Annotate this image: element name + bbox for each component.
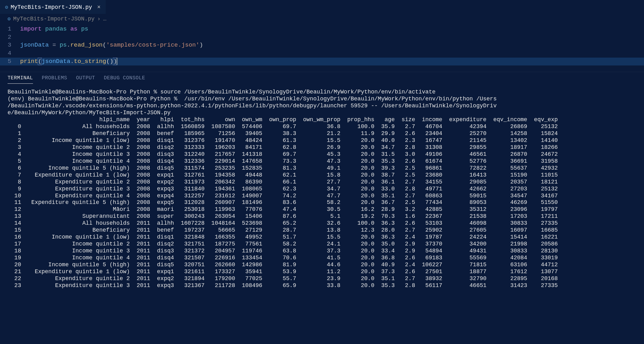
table-row: 17 Income quintile 2 2011 disq2 321751 1… — [8, 241, 636, 248]
text-cursor — [117, 58, 117, 65]
tab-debug-console[interactable]: DEBUG CONSOLE — [104, 75, 145, 84]
editor-line[interactable]: 2 — [0, 33, 644, 42]
line-number: 1 — [0, 25, 20, 33]
terminal-line: e/Beaulin/MyWork/Python/MyTecBits-Import… — [8, 110, 636, 116]
table-row: 4 Income quintile 3 2008 disq3 312240 21… — [8, 151, 636, 158]
table-row: 7 Expenditure quintile 1 (low) 2008 expq… — [8, 172, 636, 179]
table-row: 0 All households 2008 allhh 1560859 1087… — [8, 123, 636, 130]
tab-bar: ⚙ MyTecBits-Import-JSON.py × — [0, 0, 644, 14]
table-row: 18 Income quintile 3 2011 disq3 321372 2… — [8, 248, 636, 255]
panel-tab-bar: TERMINAL PROBLEMS OUTPUT DEBUG CONSOLE — [0, 72, 644, 84]
table-row: 13 Superannuitant 2008 super 300243 2630… — [8, 213, 636, 220]
breadcrumb: ⚙ MyTecBits-Import-JSON.py › … — [0, 14, 644, 24]
editor-line[interactable]: 5print(jsonData.to_string()) — [0, 58, 644, 66]
table-row: 16 Income quintile 1 (low) 2011 disq1 32… — [8, 234, 636, 241]
tab-output[interactable]: OUTPUT — [76, 75, 95, 84]
close-icon[interactable]: × — [97, 4, 101, 10]
editor-line[interactable]: 3jsonData = ps.read_json('samples/costs-… — [0, 41, 644, 49]
table-row: 22 Expenditure quintile 2 2011 expq2 321… — [8, 275, 636, 282]
line-number: 5 — [0, 58, 20, 66]
table-row: 10 Expenditure quintile 4 2008 expq4 312… — [8, 193, 636, 200]
line-content: print(jsonData.to_string()) — [20, 58, 117, 66]
terminal-line: /BeaulinTwinkle/.vscode/extensions/ms-py… — [8, 103, 636, 110]
line-number: 3 — [0, 41, 20, 49]
editor-line[interactable]: 1import pandas as ps — [0, 25, 644, 33]
table-row: 5 Income quintile 4 2008 disq4 312336 22… — [8, 158, 636, 165]
table-row: 20 Income quintile 5 (high) 2011 disq5 3… — [8, 262, 636, 268]
table-row: 1 Beneficiary 2008 benef 185965 71256 39… — [8, 130, 636, 137]
terminal-line: (env) BeaulinTwinkle@Beaulins-MacBook-Pr… — [8, 96, 636, 103]
breadcrumb-ellipsis[interactable]: … — [103, 16, 107, 22]
table-header-row: hlpi_name year hlpi tot_hhs own own_wm o… — [8, 116, 636, 123]
python-file-icon: ⚙ — [8, 16, 11, 22]
table-row: 23 Expenditure quintile 3 2011 expq3 321… — [8, 282, 636, 289]
code-editor[interactable]: 1import pandas as ps23jsonData = ps.read… — [0, 24, 644, 69]
tab-terminal[interactable]: TERMINAL — [8, 75, 33, 84]
table-row: 6 Income quintile 5 (high) 2008 disq5 31… — [8, 165, 636, 172]
breadcrumb-file[interactable]: MyTecBits-Import-JSON.py — [13, 16, 95, 22]
editor-tab[interactable]: ⚙ MyTecBits-Import-JSON.py × — [0, 0, 106, 14]
terminal-output[interactable]: BeaulinTwinkle@Beaulins-MacBook-Pro Pyth… — [0, 84, 644, 294]
table-row: 11 Expenditure quintile 5 (high) 2008 ex… — [8, 199, 636, 206]
line-number: 4 — [0, 49, 20, 58]
tab-label: MyTecBits-Import-JSON.py — [11, 4, 92, 10]
table-row: 21 Expenditure quintile 1 (low) 2011 exp… — [8, 268, 636, 275]
python-file-icon: ⚙ — [5, 4, 8, 10]
table-row: 8 Expenditure quintile 2 2008 expq2 3119… — [8, 179, 636, 186]
terminal-line: BeaulinTwinkle@Beaulins-MacBook-Pro Pyth… — [8, 89, 636, 96]
line-content: import pandas as ps — [20, 25, 88, 33]
table-row: 15 Beneficiary 2011 benef 197237 56665 2… — [8, 227, 636, 234]
line-content: jsonData = ps.read_json('samples/costs-p… — [20, 41, 203, 49]
chevron-right-icon: › — [97, 16, 101, 22]
table-row: 9 Expenditure quintile 3 2008 expq3 3118… — [8, 186, 636, 193]
table-row: 3 Income quintile 2 2008 disq2 312333 19… — [8, 144, 636, 151]
table-row: 12 Māori 2008 maori 253018 119963 77076 … — [8, 206, 636, 213]
table-row: 2 Income quintile 1 (low) 2008 disq1 312… — [8, 137, 636, 144]
editor-line[interactable]: 4 — [0, 49, 644, 58]
line-number: 2 — [0, 33, 20, 42]
table-row: 19 Income quintile 4 2011 disq4 321507 2… — [8, 255, 636, 262]
tab-problems[interactable]: PROBLEMS — [42, 75, 67, 84]
table-row: 14 All households 2011 allhh 1607228 104… — [8, 220, 636, 227]
